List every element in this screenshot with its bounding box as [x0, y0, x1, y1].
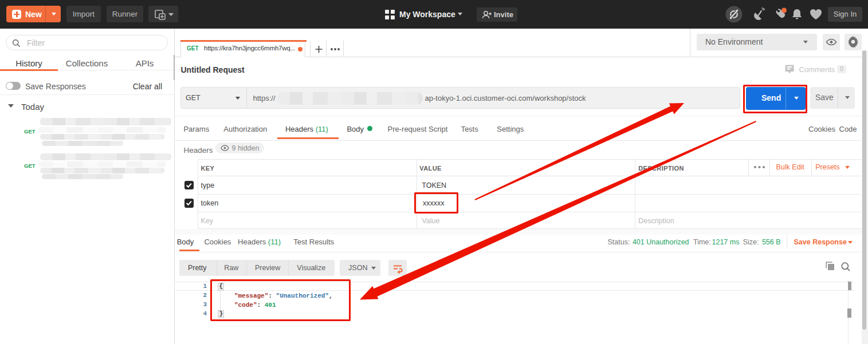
svg-text:Invite: Invite — [494, 10, 513, 19]
